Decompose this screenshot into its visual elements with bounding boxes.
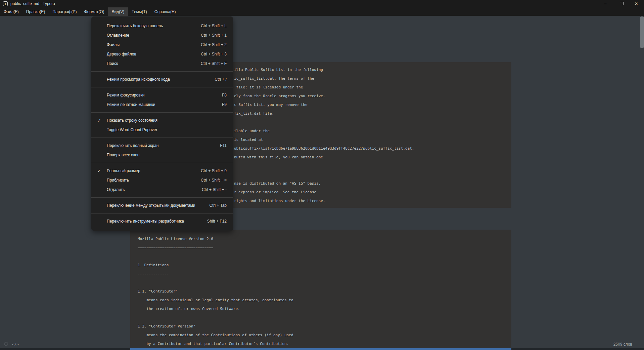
code-line: means the combination of the Contributio… xyxy=(138,331,511,340)
menu-item-source-code-mode[interactable]: Режим просмотра исходного кодаCtrl + / xyxy=(91,75,233,84)
menu-separator xyxy=(91,163,233,163)
menu-item-label: Файлы xyxy=(107,42,201,47)
menu-separator xyxy=(91,87,233,87)
word-count-label[interactable]: 2509 слов xyxy=(613,342,632,347)
close-button[interactable]: ✕ xyxy=(629,0,644,7)
menu-separator xyxy=(91,197,233,198)
code-line: 1. Definitions xyxy=(138,261,511,270)
vertical-scrollbar-thumb[interactable] xyxy=(640,16,644,48)
menu-separator xyxy=(91,71,233,72)
code-line: by a Contributor and that particular Con… xyxy=(138,340,511,348)
code-line: file; it is licensed under the xyxy=(234,83,511,92)
menu-item-label: Поверх всех окон xyxy=(107,153,227,157)
menubar-item-format[interactable]: Формат(O) xyxy=(81,7,108,16)
menu-item-shortcut: F11 xyxy=(220,143,233,148)
menu-item-switch-documents[interactable]: Переключение между открытыми документами… xyxy=(91,201,233,210)
menu-separator xyxy=(91,112,233,113)
menu-item-label: Реальный размер xyxy=(107,168,201,173)
checkmark-icon: ✓ xyxy=(91,168,107,173)
minimize-button[interactable]: – xyxy=(598,0,613,7)
window-controls: – ✕ xyxy=(598,0,644,7)
menu-item-search[interactable]: ПоискCtrl + Shift + F xyxy=(91,59,233,68)
window-title: public_suffix.md - Typora xyxy=(10,1,55,6)
menu-item-label: Переключить инструменты разработчика xyxy=(107,219,207,224)
code-line: rights and limitations under the License… xyxy=(234,197,511,205)
menu-item-toggle-devtools[interactable]: Переключить инструменты разработчикаShif… xyxy=(91,217,233,226)
menu-item-file-tree[interactable]: Дерево файловCtrl + Shift + 3 xyxy=(91,49,233,59)
menu-item-shortcut: Ctrl + Shift + 9 xyxy=(201,168,233,173)
menu-item-shortcut: Ctrl + Tab xyxy=(210,203,233,208)
menu-item-label: Приблизить xyxy=(107,178,201,183)
view-menu-dropdown: Переключить боковую панельCtrl + Shift +… xyxy=(91,16,233,231)
restore-icon xyxy=(619,2,622,5)
menu-item-typewriter-mode[interactable]: Режим печатной машинкиF9 xyxy=(91,100,233,109)
menu-item-shortcut: Ctrl + Shift + 3 xyxy=(201,52,233,56)
code-line: means each individual or legal entity th… xyxy=(138,296,511,305)
typora-app-icon: T xyxy=(3,1,8,6)
menu-item-zoom-out[interactable]: ОтдалитьCtrl + Shift + - xyxy=(91,185,233,194)
code-line: buted with this file, you can obtain one xyxy=(234,153,511,162)
circle-status-icon[interactable] xyxy=(4,342,8,346)
menubar-item-edit[interactable]: Правка(E) xyxy=(22,7,49,16)
menu-item-label: Дерево файлов xyxy=(107,52,201,56)
menu-item-shortcut: Ctrl + Shift + - xyxy=(202,187,233,192)
menu-item-label: Отдалить xyxy=(107,187,202,192)
menubar-item-view[interactable]: Вид(V) xyxy=(108,7,128,16)
code-line xyxy=(138,313,511,322)
menu-item-label: Переключение между открытыми документами xyxy=(107,203,210,208)
code-line: 1.1. "Contributor" xyxy=(138,287,511,296)
menubar-item-file[interactable]: Файл(F) xyxy=(0,7,22,16)
menu-item-toggle-sidebar[interactable]: Переключить боковую панельCtrl + Shift +… xyxy=(91,21,233,31)
code-line: ilable under the xyxy=(234,127,511,135)
menu-item-toggle-fullscreen[interactable]: Переключить полный экранF11 xyxy=(91,141,233,150)
menu-item-actual-size[interactable]: ✓Реальный размерCtrl + Shift + 9 xyxy=(91,166,233,176)
menu-item-label: Оглавление xyxy=(107,33,201,38)
menu-item-outline[interactable]: ОглавлениеCtrl + Shift + 1 xyxy=(91,31,233,40)
restore-button[interactable] xyxy=(613,0,629,7)
menu-item-label: Переключить полный экран xyxy=(107,143,220,148)
checkmark-icon: ✓ xyxy=(91,118,107,123)
menu-item-shortcut: Ctrl + Shift + 1 xyxy=(201,33,233,38)
menu-item-shortcut: Ctrl + Shift + 2 xyxy=(201,42,233,47)
code-line: ublicsuffix/list/1cbd6e71a9b83620b1d0b11… xyxy=(234,144,511,153)
menu-item-shortcut: Ctrl + / xyxy=(215,77,233,82)
code-line: nse is distributed on an "AS IS" basis, xyxy=(234,179,511,188)
code-block-mpl-text[interactable]: Mozilla Public License Version 2.0======… xyxy=(130,230,511,350)
code-line: ic_suffix_list.dat. The terms of the xyxy=(234,74,511,83)
code-line: c Suffix List, you may remove the xyxy=(234,101,511,109)
code-line: fix_list.dat file. xyxy=(234,109,511,118)
menu-item-always-on-top[interactable]: Поверх всех окон xyxy=(91,150,233,160)
menu-bar: Файл(F)Правка(E)Параграф(P)Формат(O)Вид(… xyxy=(0,7,644,16)
menu-item-shortcut: F9 xyxy=(222,102,233,107)
menu-item-label: Toggle Word Count Popover xyxy=(107,127,227,132)
menubar-item-paragraph[interactable]: Параграф(P) xyxy=(49,7,80,16)
menubar-item-help[interactable]: Справка(H) xyxy=(151,7,180,16)
menu-item-zoom-in[interactable]: ПриблизитьCtrl + Shift + = xyxy=(91,176,233,185)
menu-item-toggle-word-count[interactable]: Toggle Word Count Popover xyxy=(91,125,233,134)
menu-item-files[interactable]: ФайлыCtrl + Shift + 2 xyxy=(91,40,233,49)
code-line: ================================== xyxy=(138,243,511,252)
menu-item-show-status-bar[interactable]: ✓Показать строку состояния xyxy=(91,116,233,125)
menu-item-label: Показать строку состояния xyxy=(107,118,227,123)
menu-item-shortcut: Shift + F12 xyxy=(207,219,233,224)
menu-item-label: Поиск xyxy=(107,61,201,66)
menu-item-focus-mode[interactable]: Режим фокусировкиF8 xyxy=(91,90,233,100)
code-line: the creation of, or owns Covered Softwar… xyxy=(138,305,511,313)
code-line: Mozilla Public License Version 2.0 xyxy=(138,235,511,243)
menu-separator xyxy=(91,213,233,213)
menu-item-label: Режим фокусировки xyxy=(107,93,222,98)
code-line: -------------- xyxy=(138,270,511,278)
code-line xyxy=(138,278,511,287)
menubar-item-themes[interactable]: Темы(T) xyxy=(128,7,151,16)
editor-area[interactable]: illa Public Suffix List in the following… xyxy=(0,16,644,350)
menu-separator xyxy=(91,138,233,138)
menu-item-shortcut: F8 xyxy=(222,93,233,98)
menu-item-label: Режим просмотра исходного кода xyxy=(107,77,215,82)
selection-highlight xyxy=(130,348,511,350)
menu-item-shortcut: Ctrl + Shift + L xyxy=(201,24,233,28)
title-bar: T public_suffix.md - Typora – ✕ xyxy=(0,0,644,7)
source-code-mode-icon[interactable]: </> xyxy=(12,342,19,347)
menu-item-label: Режим печатной машинки xyxy=(107,102,222,107)
code-line: 1.2. "Contributor Version" xyxy=(138,322,511,331)
code-line: illa Public Suffix List in the following xyxy=(234,66,511,74)
